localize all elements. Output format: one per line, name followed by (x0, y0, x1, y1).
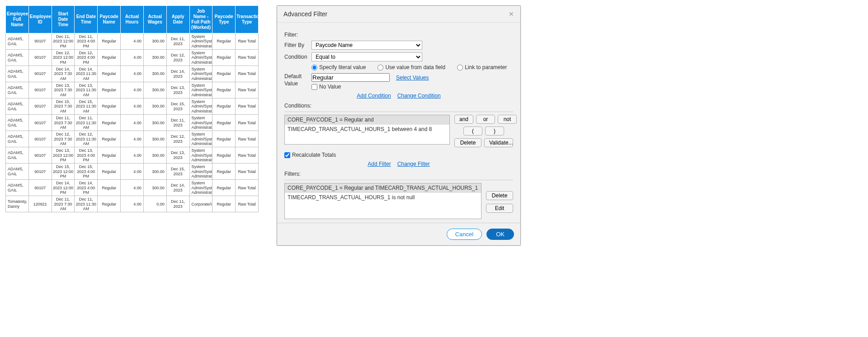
radio-datafield[interactable]: Use value from data field (377, 64, 445, 70)
close-icon[interactable]: ✕ (509, 10, 514, 18)
cell-apply: Dec 11, 2023 (166, 115, 189, 131)
cell-job: System Admin/System Administrator (189, 131, 212, 147)
condition-line[interactable]: CORE_PAYCODE_1 = Regular and (285, 115, 449, 125)
cell-paycode: Regular (98, 50, 121, 66)
add-filter-link[interactable]: Add Filter (368, 161, 391, 167)
cell-ttype: Raw Total (236, 82, 259, 98)
or-button[interactable]: or (476, 115, 495, 124)
filter-section-label: Filter: (284, 32, 513, 38)
cell-hours: 4.00 (121, 180, 144, 196)
cell-end: Dec 11, 2023 11:30 AM (75, 196, 98, 212)
column-header[interactable]: Actual Wages (143, 6, 166, 33)
not-button[interactable]: not (498, 115, 517, 124)
column-header[interactable]: Transaction Type (236, 6, 259, 33)
cell-name: ADAMS, GAIL (6, 115, 29, 131)
conditions-list[interactable]: CORE_PAYCODE_1 = Regular and TIMECARD_TR… (284, 115, 450, 145)
cell-apply: Dec 14, 2023 (166, 180, 189, 196)
column-header[interactable]: Paycode Name (98, 6, 121, 33)
column-header[interactable]: Start Date Time (52, 6, 75, 33)
and-button[interactable]: and (454, 115, 473, 124)
cell-id: 90107 (28, 50, 52, 66)
cell-apply: Dec 13, 2023 (166, 82, 189, 98)
cell-paycode: Regular (98, 131, 121, 147)
cell-wages: 300.00 (143, 50, 166, 66)
cell-ptype: Regular (212, 82, 236, 98)
change-condition-link[interactable]: Change Condition (397, 93, 441, 99)
default-value-label-1: Default (284, 73, 311, 80)
cell-start: Dec 13, 2023 12:00 PM (52, 147, 75, 164)
cell-end: Dec 12, 2023 11:30 AM (75, 131, 98, 147)
cell-job: System Admin/System Administrator (189, 33, 212, 50)
cell-job: System Admin/System Administrator (189, 66, 212, 82)
cell-id: 90107 (28, 131, 52, 147)
advanced-filter-dialog: Advanced Filter ✕ Filter: Filter By Payc… (277, 5, 521, 246)
column-header[interactable]: Paycode Type (212, 6, 236, 33)
no-value-label: No Value (319, 84, 341, 90)
table-row: ADAMS, GAIL90107Dec 13, 2023 12:00 PMDec… (6, 147, 259, 164)
select-values-link[interactable]: Select Values (396, 75, 429, 81)
filters-list[interactable]: CORE_PAYCODE_1 = Regular and TIMECARD_TR… (284, 183, 481, 219)
cell-ptype: Regular (212, 115, 236, 131)
filters-section-label: Filters: (284, 171, 513, 177)
add-condition-link[interactable]: Add Condition (357, 93, 391, 99)
cell-id: 90107 (28, 82, 52, 98)
radio-link-param[interactable]: Link to parameter (457, 64, 507, 70)
column-header[interactable]: Employee ID (28, 6, 52, 33)
cell-name: ADAMS, GAIL (6, 33, 29, 50)
filter-line[interactable]: TIMECARD_TRANS_ACTUAL_HOURS_1 is not nul… (285, 193, 481, 202)
cell-end: Dec 15, 2023 11:30 AM (75, 98, 98, 115)
cell-name: Tomatesty, Danny (6, 196, 29, 212)
rparen-button[interactable]: ) (485, 126, 504, 136)
cell-start: Dec 14, 2023 7:30 AM (52, 66, 75, 82)
ok-button[interactable]: OK (486, 229, 514, 240)
radio-literal[interactable]: Specify literal value (311, 64, 366, 70)
column-header[interactable]: Actual Hours (121, 6, 144, 33)
cell-ttype: Raw Total (236, 115, 259, 131)
cell-start: Dec 14, 2023 12:00 PM (52, 180, 75, 196)
lparen-button[interactable]: ( (463, 126, 482, 136)
cell-ptype: Regular (212, 98, 236, 115)
no-value-checkbox[interactable] (311, 84, 317, 90)
delete-condition-button[interactable]: Delete (454, 138, 481, 147)
change-filter-link[interactable]: Change Filter (397, 161, 430, 167)
condition-select[interactable]: Equal to (311, 52, 422, 61)
cell-hours: 4.00 (121, 131, 144, 147)
validate-button[interactable]: Validate... (484, 138, 513, 147)
cell-ptype: Regular (212, 33, 236, 50)
column-header[interactable]: End Date Time (75, 6, 98, 33)
cell-start: Dec 11, 2023 12:00 PM (52, 33, 75, 50)
cell-id: 90107 (28, 98, 52, 115)
delete-filter-button[interactable]: Delete (486, 191, 513, 200)
cell-apply: Dec 12, 2023 (166, 50, 189, 66)
table-row: ADAMS, GAIL90107Dec 12, 2023 12:00 PMDec… (6, 50, 259, 66)
cell-wages: 300.00 (143, 66, 166, 82)
condition-line[interactable]: TIMECARD_TRANS_ACTUAL_HOURS_1 between 4 … (285, 125, 449, 134)
filter-by-select[interactable]: Paycode Name (311, 41, 422, 50)
default-value-input[interactable] (311, 73, 390, 82)
edit-filter-button[interactable]: Edit (486, 204, 513, 213)
cell-ptype: Regular (212, 50, 236, 66)
cell-id: 90107 (28, 66, 52, 82)
cell-ptype: Regular (212, 131, 236, 147)
recalculate-checkbox[interactable] (284, 152, 290, 158)
column-header[interactable]: Apply Date (166, 6, 189, 33)
cell-ttype: Raw Total (236, 98, 259, 115)
column-header[interactable]: Employee Full Name (6, 6, 29, 33)
cell-end: Dec 13, 2023 4:00 PM (75, 147, 98, 164)
table-row: ADAMS, GAIL90107Dec 11, 2023 12:00 PMDec… (6, 33, 259, 50)
cell-paycode: Regular (98, 66, 121, 82)
cell-paycode: Regular (98, 147, 121, 164)
filter-line[interactable]: CORE_PAYCODE_1 = Regular and TIMECARD_TR… (285, 183, 481, 193)
cell-paycode: Regular (98, 33, 121, 50)
cell-apply: Dec 15, 2023 (166, 98, 189, 115)
table-row: Tomatesty, Danny120921Dec 11, 2023 7:30 … (6, 196, 259, 212)
cell-paycode: Regular (98, 82, 121, 98)
column-header[interactable]: Job Name - Full Path (Worked) (189, 6, 212, 33)
cell-start: Dec 11, 2023 7:30 AM (52, 196, 75, 212)
cell-name: ADAMS, GAIL (6, 50, 29, 66)
cancel-button[interactable]: Cancel (447, 229, 482, 240)
cell-hours: 4.00 (121, 98, 144, 115)
cell-job: System Admin/System Administrator (189, 180, 212, 196)
cell-job: System Admin/System Administrator (189, 164, 212, 180)
cell-name: ADAMS, GAIL (6, 131, 29, 147)
